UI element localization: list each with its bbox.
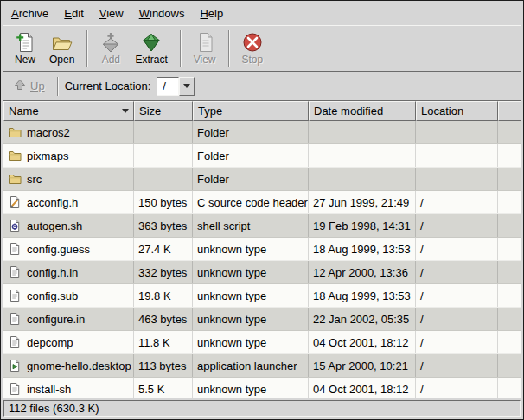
menu-label: Help [200,7,223,20]
menu-item-windows[interactable]: Windows [131,3,193,24]
file-type-cell: unknown type [193,284,309,307]
column-header-label: Location [421,105,463,118]
file-name-cell: config.h.in [3,261,134,283]
table-row[interactable]: configure.in463 bytesunknown type22 Jan … [3,308,521,331]
table-row[interactable]: acconfig.h150 bytesC source code header2… [3,191,521,214]
toolbar: New Open Add Extract View Stop [3,25,521,72]
file-name: src [27,173,42,186]
file-name-cell: gnome-hello.desktop [3,354,134,377]
toolbar-stop-button[interactable]: Stop [235,28,271,69]
table-row[interactable]: install-sh5.5 Kunknown type04 Oct 2001, … [3,378,521,398]
toolbar-new-button[interactable]: New [8,28,42,69]
file-location-cell [416,144,498,167]
toolbar-separator [180,30,182,67]
file-location-cell [416,168,498,190]
folder-icon [8,125,22,139]
row-filler [498,191,521,213]
file-name-cell: configure.in [3,308,134,330]
menu-bar: Archive Edit View Windows Help [1,1,523,24]
menu-label: Edit [64,7,83,20]
file-size-cell: 332 bytes [134,261,193,283]
row-filler [498,144,521,167]
location-bar: Up Current Location: / [3,73,521,99]
toolbar-view-button[interactable]: View [187,28,223,69]
toolbar-extract-button[interactable]: Extract [128,28,174,69]
file-type-cell: Folder [193,168,309,190]
table-body: macros2FolderpixmapsFoldersrcFolderaccon… [3,121,521,398]
column-header-date-modified[interactable]: Date modified [309,101,416,121]
file-location-cell: / [416,238,498,260]
file-name-cell: config.sub [3,284,134,307]
toolbar-button-label: Stop [242,54,264,66]
file-name: config.guess [27,243,90,256]
file-size-cell: 150 bytes [134,191,193,213]
row-filler [498,284,521,307]
file-name-cell: autogen.sh [3,214,134,237]
column-header-name[interactable]: Name [3,101,134,121]
table-row[interactable]: autogen.sh363 bytesshell script19 Feb 19… [3,214,521,238]
table-row[interactable]: gnome-hello.desktop113 bytesapplication … [3,354,521,378]
toolbar-separator [86,30,88,67]
table-row[interactable]: srcFolder [3,168,521,191]
text-file-icon [8,382,22,396]
toolbar-add-button[interactable]: Add [93,28,128,69]
up-button-label: Up [30,80,45,92]
table-row[interactable]: macros2Folder [3,121,521,144]
toolbar-button-label: View [194,54,216,66]
menu-label: Archive [11,7,48,20]
menu-item-edit[interactable]: Edit [56,3,91,24]
sort-descending-icon[interactable] [122,109,129,113]
column-header-label: Size [139,105,161,118]
column-header-spacer [498,101,521,121]
file-location-cell: / [416,378,498,398]
table-row[interactable]: pixmapsFolder [3,144,521,168]
location-combo: / [157,77,195,96]
file-name-cell: src [3,168,134,190]
extract-icon [141,31,162,54]
view-file-icon [195,31,215,54]
location-dropdown-button[interactable] [179,77,195,96]
text-file-icon [8,335,22,349]
current-location-label: Current Location: [65,80,151,92]
menu-item-archive[interactable]: Archive [3,3,56,24]
status-bar: 112 files (630.3 K) [1,398,523,419]
text-file-icon [8,265,22,279]
file-name: depcomp [27,336,73,349]
file-date-cell: 19 Feb 1998, 14:31 [309,214,416,237]
file-type-cell: unknown type [193,378,309,398]
row-filler [498,121,521,143]
file-name-cell: pixmaps [3,144,134,167]
file-date-cell: 12 Apr 2000, 13:36 [309,261,416,283]
up-arrow-icon [14,79,26,93]
file-date-cell: 15 Apr 2000, 10:21 [309,354,416,377]
file-name: pixmaps [27,150,68,162]
file-name: autogen.sh [27,220,82,232]
table-row[interactable]: config.guess27.4 Kunknown type18 Aug 199… [3,238,521,261]
column-header-label: Type [198,105,222,118]
menu-item-view[interactable]: View [92,3,131,24]
column-header-location[interactable]: Location [416,101,498,121]
file-location-cell: / [416,214,498,237]
text-file-icon [8,312,22,326]
file-location-cell: / [416,261,498,283]
file-size-cell [134,168,193,190]
file-name-cell: acconfig.h [3,191,134,213]
file-size-cell: 363 bytes [134,214,193,237]
table-row[interactable]: config.sub19.8 Kunknown type18 Aug 1999,… [3,284,521,308]
table-row[interactable]: depcomp11.8 Kunknown type04 Oct 2001, 18… [3,331,521,354]
menu-item-help[interactable]: Help [192,3,231,24]
row-filler [498,354,521,377]
file-location-cell: / [416,331,498,353]
toolbar-open-button[interactable]: Open [42,28,81,69]
add-files-icon [100,31,121,54]
menu-label: Windows [139,7,185,20]
table-row[interactable]: config.h.in332 bytesunknown type12 Apr 2… [3,261,521,284]
file-type-cell: unknown type [193,261,309,283]
column-header-type[interactable]: Type [193,101,309,121]
location-value-field[interactable]: / [157,77,179,96]
file-table: Name Size Type Date modified Location ma… [3,100,521,398]
menu-label: View [99,7,124,20]
up-button[interactable]: Up [8,77,51,95]
file-size-cell: 463 bytes [134,308,193,330]
column-header-size[interactable]: Size [134,101,193,121]
